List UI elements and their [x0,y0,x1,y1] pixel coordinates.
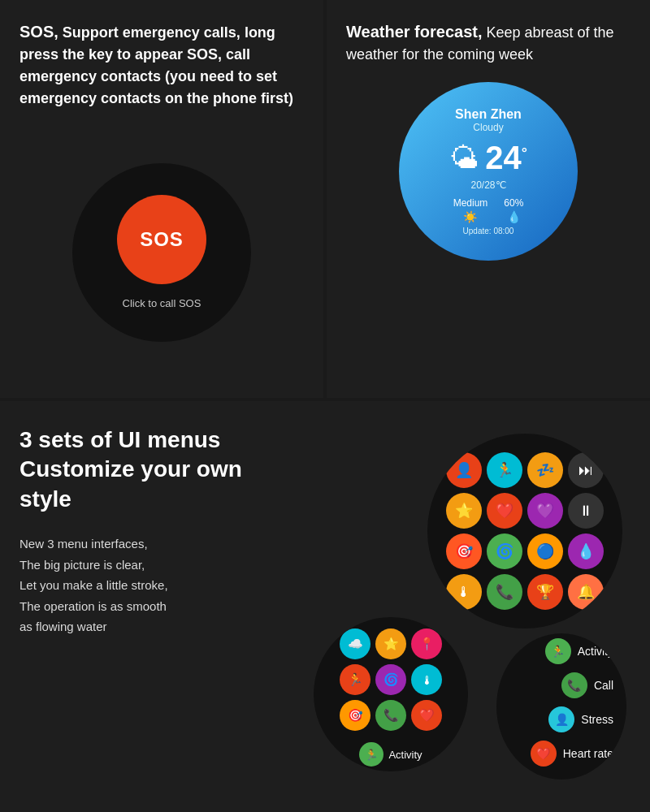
activity-row: 🏃 Activity [359,742,422,767]
activity-label: Activity [388,749,422,761]
ui-menus-left: 3 sets of UI menusCustomize your own sty… [20,425,289,788]
menu-item-activity: 🏃 Activity [545,638,613,664]
ui-menus-title: 3 sets of UI menusCustomize your own sty… [20,425,289,514]
weather-panel: Weather forecast, Keep abreast of the we… [327,0,650,398]
weather-humidity: 60% 💧 [504,197,523,223]
weather-details-row: Medium ☀️ 60% 💧 [453,197,524,223]
menu-item-call-label: Call [594,679,613,692]
activity-menu-icon: 🏃 [545,638,571,664]
weather-temperature: 24° [485,140,527,176]
ui-menus-panel: 3 sets of UI menusCustomize your own sty… [0,401,650,812]
list-item: 👤 [446,452,482,488]
weather-range: 20/28℃ [470,179,505,191]
list-item: 🔵 [527,533,563,569]
app-icons-medium-grid: ☁️ ⭐ 📍 🏃 🌀 🌡 🎯 📞 ❤️ [333,622,448,737]
list-item: 🏆 [527,574,563,610]
menu-item-call: 📞 Call [561,672,613,698]
list-item: 🏃 [340,664,370,695]
weather-update: Update: 08:00 [463,227,514,235]
list-item: 💧 [568,533,604,569]
weather-wind-label: Medium [453,197,488,209]
list-item: 🌀 [487,533,522,569]
weather-city: Shen Zhen [455,107,522,122]
menu-item-heartrate: ❤️ Heart rate [531,741,613,767]
sun-icon: ☀️ [463,210,477,223]
menu-item-activity-label: Activity [578,645,613,658]
droplet-icon: 💧 [507,210,521,223]
sos-title-bold: SOS, [20,23,58,41]
sos-panel: SOS, Support emergency calls, long press… [0,0,323,398]
list-item: ☁️ [340,628,370,659]
app-icons-large-grid: 👤 🏃 💤 ⏭ ⭐ ❤️ 💜 ⏸ 🎯 🌀 🔵 💧 🌡 📞 🏆 🔔 [438,444,612,618]
sos-click-label: Click to call SOS [123,297,202,309]
list-item: ⭐ [446,493,482,529]
list-item: ⏭ [568,452,604,488]
list-item: ❤️ [411,700,442,731]
list-item: 💜 [527,493,563,529]
watch-medium-circle: ☁️ ⭐ 📍 🏃 🌀 🌡 🎯 📞 ❤️ 🏃 Activity [314,617,468,771]
watch-large-circle: 👤 🏃 💤 ⏭ ⭐ ❤️ 💜 ⏸ 🎯 🌀 🔵 💧 🌡 📞 🏆 🔔 [427,434,622,628]
watch-list-circle: 🏃 Activity 📞 Call 👤 Stress ❤️ Heart rate [496,633,626,780]
weather-wind: Medium ☀️ [453,197,488,223]
call-menu-icon: 📞 [561,672,587,698]
weather-cloud-icon: 🌤 [449,141,479,175]
sos-description: SOS, Support emergency calls, long press… [20,19,304,110]
stress-menu-icon: 👤 [548,706,574,732]
heartrate-menu-icon: ❤️ [531,741,557,767]
list-item: 🎯 [446,533,482,569]
list-item: 💤 [527,452,563,488]
list-item: 🔔 [568,574,604,610]
list-item: 📞 [487,574,522,610]
list-item: 📍 [411,628,442,659]
weather-condition: Cloudy [473,122,503,133]
sos-button[interactable]: SOS [117,195,206,284]
sos-circle-container: SOS Click to call SOS [20,126,304,378]
weather-humidity-label: 60% [504,197,523,209]
list-item: 🏃 [487,452,522,488]
list-item: 📞 [375,700,406,731]
sos-outer-circle: SOS Click to call SOS [72,163,251,342]
ui-menus-description: New 3 menu interfaces,The big picture is… [20,533,289,637]
weather-watch-display: Shen Zhen Cloudy 🌤 24° 20/28℃ Medium ☀️ … [399,82,578,261]
weather-main-row: 🌤 24° [449,140,527,176]
weather-description: Weather forecast, Keep abreast of the we… [346,19,630,66]
list-item: 🌡 [411,664,442,695]
list-item: 🌀 [375,664,406,695]
activity-icon: 🏃 [359,742,384,767]
watch-displays-area: 👤 🏃 💤 ⏭ ⭐ ❤️ 💜 ⏸ 🎯 🌀 🔵 💧 🌡 📞 🏆 🔔 [289,425,630,788]
weather-title-bold: Weather forecast, [346,23,482,41]
list-item: ⭐ [375,628,406,659]
menu-item-stress: 👤 Stress [548,706,613,732]
list-item: ⏸ [568,493,604,529]
menu-item-heartrate-label: Heart rate [563,747,613,760]
menu-item-stress-label: Stress [581,713,613,726]
sos-title-text: Support emergency calls, long press the … [20,24,293,106]
list-item: ❤️ [487,493,522,529]
list-item: 🎯 [340,700,370,731]
list-item: 🌡 [446,574,482,610]
